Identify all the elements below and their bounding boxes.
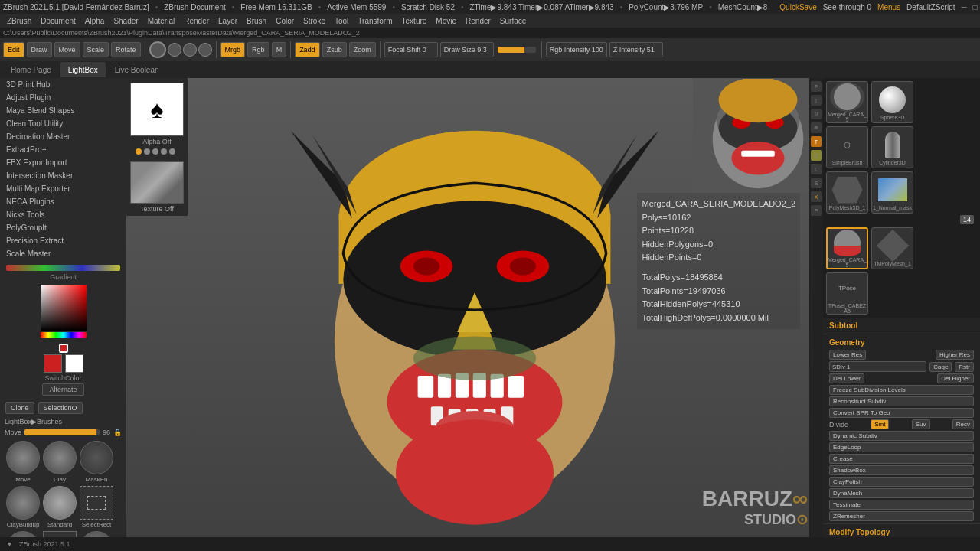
menu-render[interactable]: Render — [180, 16, 213, 26]
selection-btn[interactable]: SelectionO — [38, 402, 83, 414]
crease-btn[interactable]: Crease — [829, 454, 974, 464]
plugin-polygroupit[interactable]: PolyGroupIt — [0, 221, 126, 234]
texture-label[interactable]: Texture Off — [129, 205, 185, 213]
dot-2[interactable] — [144, 148, 150, 155]
hue-strip[interactable] — [41, 332, 87, 338]
brush-alt-3[interactable] — [198, 43, 212, 57]
plugin-scale[interactable]: Scale Master — [0, 247, 126, 260]
thumb-tpose-cabeza[interactable]: TPose TPose|_CABEZA5 — [826, 272, 868, 315]
alternate-btn[interactable]: Alternate — [42, 383, 83, 396]
plugin-decimation[interactable]: Decimation Master — [0, 130, 126, 143]
brush-shape-btn[interactable] — [149, 41, 166, 58]
menu-color[interactable]: Color — [272, 16, 298, 26]
del-lower-btn[interactable]: Del Lower — [829, 373, 864, 383]
thumb-normal-mask[interactable]: 1_Normal_mask — [871, 171, 913, 214]
higher-res-btn[interactable]: Higher Res — [936, 350, 974, 360]
menu-movie[interactable]: Movie — [432, 16, 460, 26]
edge-loop-btn[interactable]: EdgeLoop — [829, 442, 974, 452]
menu-surface[interactable]: Surface — [496, 16, 530, 26]
move-lock[interactable]: 🔒 — [113, 429, 122, 436]
plugin-neca[interactable]: NECA Plugins — [0, 195, 126, 208]
convert-bpr-btn[interactable]: Convert BPR To Geo — [829, 408, 974, 418]
focal-shift-slider[interactable]: Focal Shift 0 — [384, 42, 438, 57]
tab-live-boolean[interactable]: Live Boolean — [107, 62, 167, 77]
brush-move[interactable]: Move — [6, 441, 40, 483]
side-icon-move[interactable]: ↕ — [811, 95, 822, 106]
side-icon-zbrus[interactable]: Z — [811, 150, 822, 161]
clone-btn[interactable]: Clone — [5, 402, 34, 414]
side-icon-persp[interactable]: P — [811, 205, 822, 216]
alpha-preview[interactable]: ♠ — [130, 83, 184, 136]
brush-standard[interactable]: Standard — [43, 486, 77, 528]
scale-btn[interactable]: Scale — [83, 42, 109, 57]
cage-btn[interactable]: Cage — [929, 362, 952, 372]
primary-color[interactable] — [44, 354, 62, 373]
zadd-btn[interactable]: Zadd — [295, 42, 320, 57]
menu-document[interactable]: Document — [37, 16, 80, 26]
mrgb-btn[interactable]: Mrgb — [220, 42, 246, 57]
menu-material[interactable]: Material — [144, 16, 179, 26]
zsub-btn[interactable]: Zsub — [322, 42, 347, 57]
draw-size-slider[interactable]: Draw Size 9.3 — [440, 42, 494, 57]
side-icon-solo[interactable]: S — [811, 178, 822, 188]
maximize-btn[interactable]: □ — [973, 3, 978, 11]
plugin-fbx[interactable]: FBX ExportImport — [0, 156, 126, 169]
zoom-btn[interactable]: Zoom — [349, 42, 376, 57]
menu-alpha[interactable]: Alpha — [81, 16, 109, 26]
default-script[interactable]: DefaultZScript — [906, 3, 955, 11]
menus-btn[interactable]: Menus — [877, 3, 900, 11]
recv-btn[interactable]: Recv — [952, 419, 974, 429]
secondary-color[interactable] — [65, 354, 83, 373]
lower-res-btn[interactable]: Lower Res — [829, 350, 866, 360]
tessimate-btn[interactable]: Tessimate — [829, 500, 974, 510]
suv-btn[interactable]: Suv — [912, 419, 930, 429]
brush-claybuildup[interactable]: ClayBuildup — [6, 486, 40, 528]
thumb-tmpolymesh[interactable]: TMPolyMesh_1 — [871, 227, 913, 269]
color-wheel-area[interactable] — [34, 285, 92, 342]
z-remesher-btn[interactable]: ZRemesher — [829, 511, 974, 521]
brush-selectrect[interactable]: SelectRect — [80, 486, 113, 528]
freeze-subdiv-btn[interactable]: Freeze SubDivision Levels — [829, 385, 974, 395]
menu-shader[interactable]: Shader — [109, 16, 142, 26]
tab-home[interactable]: Home Page — [3, 62, 59, 77]
geometry-title[interactable]: Geometry — [826, 336, 977, 349]
menu-tool[interactable]: Tool — [331, 16, 352, 26]
brush-alt-2[interactable] — [183, 43, 197, 57]
texture-preview[interactable] — [130, 161, 184, 204]
menu-texture[interactable]: Texture — [398, 16, 431, 26]
switch-color-btn[interactable]: SwitchColor — [44, 374, 81, 382]
plugin-nicks[interactable]: Nicks Tools — [0, 208, 126, 221]
gradient-bar[interactable] — [6, 265, 120, 271]
subtool-title[interactable]: Subtool — [826, 319, 977, 332]
sdiv-slider[interactable]: SDiv 1 — [829, 361, 926, 372]
thumb-merged-cara-active[interactable]: Merged_CARA_5 — [826, 227, 868, 269]
side-icon-rotate[interactable]: ↻ — [811, 109, 822, 119]
move-slider[interactable] — [24, 429, 100, 435]
draw-btn[interactable]: Draw — [27, 42, 52, 57]
minimize-btn[interactable]: ─ — [961, 3, 966, 11]
plugin-extractpro[interactable]: ExtractPro+ — [0, 143, 126, 156]
brush-clay[interactable]: Clay — [43, 441, 77, 483]
dot-5[interactable] — [169, 148, 175, 155]
plugin-3d-print[interactable]: 3D Print Hub — [0, 78, 126, 91]
menu-zbrush[interactable]: ZBrush — [3, 16, 35, 26]
dot-4[interactable] — [161, 148, 167, 155]
thumb-polymesh3d[interactable]: PolyMesh3D_1 — [826, 171, 868, 214]
side-icon-zoom[interactable]: ⊕ — [811, 122, 822, 133]
plugin-multimap[interactable]: Multi Map Exporter — [0, 182, 126, 195]
thumb-cylinder3d[interactable]: Cylinder3D — [871, 126, 913, 168]
side-icon-frame[interactable]: F — [811, 81, 822, 92]
move-btn[interactable]: Move — [54, 42, 80, 57]
color-indicator[interactable] — [59, 344, 68, 353]
menu-render2[interactable]: Render — [462, 16, 495, 26]
clay-polish-btn[interactable]: ClayPolish — [829, 477, 974, 487]
side-icon-layer[interactable]: L — [811, 164, 822, 174]
side-icon-tang[interactable]: T — [811, 136, 822, 147]
plugin-adjust[interactable]: Adjust Plugin — [0, 91, 126, 104]
shadow-box-btn[interactable]: ShadowBox — [829, 465, 974, 475]
lightbox-brushes[interactable]: LightBox▶Brushes — [3, 416, 123, 427]
dynamic-subdiv-btn[interactable]: Dynamic Subdiv — [829, 431, 974, 441]
smt-btn[interactable]: Smt — [871, 419, 889, 429]
see-through[interactable]: See-through 0 — [823, 3, 871, 11]
plugin-maya-blend[interactable]: Maya Blend Shapes — [0, 104, 126, 117]
